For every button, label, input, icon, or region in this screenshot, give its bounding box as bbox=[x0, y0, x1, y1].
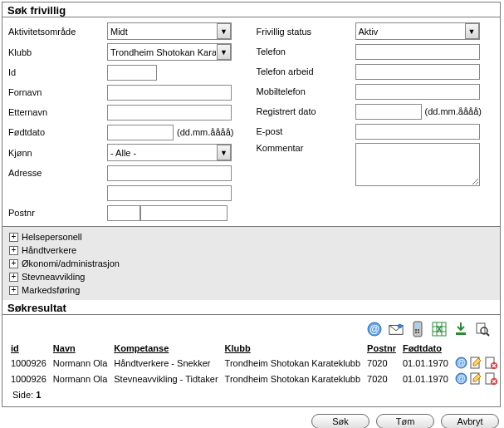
col-klubb[interactable]: Klubb bbox=[222, 342, 364, 355]
tree-item-label: Håndtverkere bbox=[22, 245, 76, 255]
svg-rect-5 bbox=[415, 323, 420, 327]
svg-rect-7 bbox=[418, 329, 419, 331]
search-form: Aktivitetsområde Midt ▼ Klubb Trondheim … bbox=[2, 17, 500, 226]
adresse2-input[interactable] bbox=[107, 185, 232, 201]
cell-kompetanse: Håndtverkere - Snekker bbox=[110, 355, 221, 371]
epost-label: E-post bbox=[256, 126, 355, 136]
cell-kompetanse: Stevneavvikling - Tidtaker bbox=[110, 371, 221, 386]
fodtdato-label: Fødtdato bbox=[7, 127, 107, 137]
telefon-arbeid-input[interactable] bbox=[355, 64, 480, 80]
avbryt-button[interactable]: Avbryt bbox=[441, 414, 499, 428]
regdato-label: Registrert dato bbox=[256, 106, 355, 116]
cell-fodtdato: 01.01.1970 bbox=[399, 355, 452, 371]
tree-item-label: Helsepersonell bbox=[22, 232, 82, 242]
postnr-city-display bbox=[140, 205, 228, 221]
tree-item-label: Stevneavvikling bbox=[22, 272, 85, 282]
kjonn-select[interactable]: - Alle - bbox=[107, 144, 232, 161]
regdato-input[interactable] bbox=[355, 104, 422, 120]
tree-item[interactable]: +Håndtverkere bbox=[9, 244, 493, 257]
telefon-label: Telefon bbox=[256, 47, 355, 57]
plus-icon[interactable]: + bbox=[9, 246, 18, 255]
col-kompetanse[interactable]: Kompetanse bbox=[110, 342, 221, 355]
row-at-icon[interactable]: @ bbox=[455, 357, 467, 369]
epost-input[interactable] bbox=[355, 124, 480, 140]
svg-line-19 bbox=[487, 333, 489, 336]
row-edit-icon[interactable] bbox=[470, 357, 482, 369]
plus-icon[interactable]: + bbox=[9, 286, 18, 295]
row-delete-icon[interactable] bbox=[485, 372, 497, 385]
postnr-label: Postnr bbox=[7, 208, 107, 218]
kommentar-textarea[interactable] bbox=[355, 143, 480, 186]
tom-button[interactable]: Tøm bbox=[376, 414, 434, 428]
col-fodtdato[interactable]: Fødtdato bbox=[399, 342, 452, 355]
svg-rect-6 bbox=[415, 329, 417, 331]
telefon-input[interactable] bbox=[355, 44, 480, 60]
plus-icon[interactable]: + bbox=[9, 273, 18, 282]
adresse-label: Adresse bbox=[7, 168, 107, 178]
col-id[interactable]: id bbox=[7, 342, 50, 355]
tree-item-label: Økonomi/administrasjon bbox=[22, 258, 120, 268]
page-title: Søk frivillig bbox=[2, 2, 500, 17]
cell-klubb: Trondheim Shotokan Karateklubb bbox=[222, 355, 364, 371]
svg-text:@: @ bbox=[457, 374, 465, 383]
col-navn[interactable]: Navn bbox=[50, 342, 110, 355]
plus-icon[interactable]: + bbox=[9, 259, 18, 268]
svg-rect-8 bbox=[415, 332, 417, 333]
pager-page: 1 bbox=[36, 390, 41, 400]
mobil-input[interactable] bbox=[355, 84, 480, 100]
mail-icon[interactable] bbox=[389, 322, 404, 337]
kjonn-label: Kjønn bbox=[7, 148, 107, 158]
svg-rect-16 bbox=[456, 332, 466, 335]
col-postnr[interactable]: Postnr bbox=[364, 342, 399, 355]
results-toolbar: @ X bbox=[7, 320, 495, 342]
cell-id: 1000926 bbox=[7, 371, 50, 386]
search-icon[interactable] bbox=[475, 322, 490, 337]
tree-item[interactable]: +Økonomi/administrasjon bbox=[9, 257, 493, 270]
plus-icon[interactable]: + bbox=[9, 233, 18, 242]
results-title: Søkresultat bbox=[2, 300, 500, 315]
results-table: id Navn Kompetanse Klubb Postnr Fødtdato… bbox=[7, 342, 501, 386]
svg-text:@: @ bbox=[369, 323, 379, 335]
row-edit-icon[interactable] bbox=[470, 372, 482, 385]
postnr-code-input[interactable] bbox=[107, 205, 140, 221]
tree-item[interactable]: +Markedsføring bbox=[9, 283, 493, 297]
cell-klubb: Trondheim Shotokan Karateklubb bbox=[222, 371, 364, 386]
fornavn-label: Fornavn bbox=[7, 87, 107, 97]
regdato-hint: (dd.mm.åååå) bbox=[425, 106, 482, 116]
svg-rect-9 bbox=[418, 332, 419, 333]
fodtdato-hint: (dd.mm.åååå) bbox=[177, 127, 233, 137]
row-delete-icon[interactable] bbox=[485, 357, 497, 369]
table-row: 1000926 Normann Ola Stevneavvikling - Ti… bbox=[7, 371, 501, 386]
at-icon[interactable]: @ bbox=[367, 322, 382, 337]
cell-postnr: 7020 bbox=[364, 371, 399, 386]
phone-icon[interactable] bbox=[410, 322, 425, 337]
cell-id: 1000926 bbox=[7, 355, 50, 371]
svg-text:@: @ bbox=[457, 358, 465, 367]
cell-fodtdato: 01.01.1970 bbox=[399, 371, 452, 386]
id-label: Id bbox=[7, 67, 107, 77]
klubb-select[interactable]: Trondheim Shotokan Karat bbox=[107, 43, 232, 61]
aktivitetsomrade-select[interactable]: Midt bbox=[107, 22, 232, 40]
pager: Side: 1 bbox=[7, 386, 495, 403]
telefon-arbeid-label: Telefon arbeid bbox=[256, 66, 355, 76]
tree-item[interactable]: +Stevneavvikling bbox=[9, 270, 493, 283]
competence-tree: +Helsepersonell +Håndtverkere +Økonomi/a… bbox=[2, 226, 500, 300]
svg-point-3 bbox=[398, 324, 402, 328]
status-select[interactable]: Aktiv bbox=[355, 22, 480, 40]
tree-item[interactable]: +Helsepersonell bbox=[9, 230, 493, 244]
sok-button[interactable]: Søk bbox=[311, 414, 369, 428]
download-icon[interactable] bbox=[453, 322, 468, 337]
table-row: 1000926 Normann Ola Håndtverkere - Snekk… bbox=[7, 355, 501, 371]
row-at-icon[interactable]: @ bbox=[455, 372, 467, 385]
kommentar-label: Kommentar bbox=[256, 143, 355, 153]
fodtdato-input[interactable] bbox=[107, 125, 174, 140]
excel-icon[interactable]: X bbox=[432, 322, 447, 337]
id-input[interactable] bbox=[107, 65, 157, 81]
etternavn-input[interactable] bbox=[107, 105, 232, 121]
cell-navn: Normann Ola bbox=[50, 355, 110, 371]
button-bar: Søk Tøm Avbryt bbox=[2, 407, 502, 428]
status-label: Frivillig status bbox=[256, 27, 355, 37]
fornavn-input[interactable] bbox=[107, 85, 232, 101]
tree-item-label: Markedsføring bbox=[22, 285, 80, 295]
adresse-input[interactable] bbox=[107, 165, 232, 181]
